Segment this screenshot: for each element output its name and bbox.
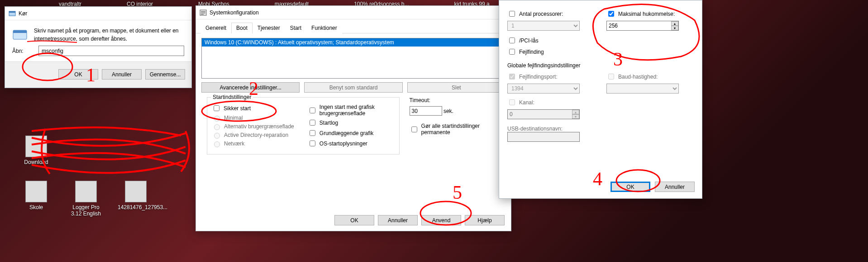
maxmem-checkbox[interactable]: Maksimal hukommelse: (606, 9, 694, 18)
msconfig-cancel-button[interactable]: Annuller (378, 215, 418, 225)
boot-options-group-label: Startindstillinger (211, 94, 253, 100)
safe-boot-label: Sikker start (224, 105, 251, 112)
radio-label: Alternativ brugergrænseflade (224, 123, 294, 130)
desktop-icon[interactable]: Download (18, 136, 54, 165)
chk-label: Ingen start med grafisk brugergrænseflad… (320, 104, 395, 117)
chk-label: OS-startoplysninger (320, 140, 367, 147)
bootlog-checkbox[interactable]: Startlog (308, 118, 395, 127)
image-icon (125, 181, 147, 202)
no-gui-boot-checkbox[interactable]: Ingen start med grafisk brugergrænseflad… (308, 104, 395, 117)
msconfig-help-button[interactable]: Hjælp (465, 215, 505, 225)
channel-label: Kanal: (519, 99, 534, 106)
numproc-select: 1 (507, 21, 580, 31)
basevideo-checkbox[interactable]: Grundlæggende grafik (308, 129, 395, 137)
debug-label: Fejlfinding (519, 49, 544, 55)
debugport-checkbox: Fejlfindingsport: (507, 72, 595, 81)
timeout-label: Timeout: (410, 97, 506, 103)
osbootinfo-checkbox[interactable]: OS-startoplysninger (308, 139, 395, 148)
desktop-icon-label: 14281476_127953... (118, 204, 154, 211)
safe-boot-checkbox[interactable]: Sikker start (212, 104, 299, 112)
make-permanent-checkbox[interactable]: Gør alle startindstillinger permanente (410, 123, 506, 136)
svg-rect-5 (201, 11, 205, 12)
tab-boot[interactable]: Boot (231, 23, 253, 33)
spin-up-button[interactable]: ▲ (671, 21, 678, 26)
boot-os-list[interactable]: Windows 10 (C:\WINDOWS) : Aktuelt operat… (201, 38, 506, 79)
desktop-icon[interactable]: Logger Pro 3.12 English (68, 181, 104, 217)
timeout-unit: sek. (444, 108, 453, 114)
run-cancel-button[interactable]: Annuller (102, 69, 142, 80)
chk-label: Startlog (320, 120, 338, 126)
safe-adrepair-radio: Active Directory-reparation (212, 131, 299, 139)
tab-tools[interactable]: Funktioner (306, 23, 342, 33)
chk-label: Grundlæggende grafik (320, 130, 373, 136)
tab-services[interactable]: Tjenester (253, 23, 285, 33)
desktop-icon-label: Download (18, 159, 54, 165)
spin-up-button: ▲ (572, 110, 579, 114)
debugport-label: Fejlfindingsport: (519, 74, 558, 80)
svg-rect-1 (9, 11, 15, 13)
app-icon (75, 181, 97, 202)
baud-select (606, 84, 679, 94)
folder-icon (25, 181, 47, 202)
tab-general[interactable]: Generelt (200, 23, 231, 33)
safe-network-radio: Netværk (212, 140, 299, 147)
spin-down-button[interactable]: ▼ (671, 26, 678, 30)
radio-label: Active Directory-reparation (224, 132, 288, 138)
svg-rect-6 (201, 13, 205, 13)
safe-minimal-radio: Minimal (212, 114, 299, 122)
baud-checkbox: Baud-hastighed: (606, 72, 694, 81)
pcilock-checkbox[interactable]: /PCI-lås (507, 36, 694, 45)
radio-label: Minimal (224, 115, 243, 121)
usb-target-label: USB-destinationsnavn: (507, 126, 694, 132)
adv-cancel-button[interactable]: Annuller (655, 182, 695, 192)
debugport-select: 1394 (507, 84, 580, 94)
channel-input (507, 109, 580, 119)
tab-startup[interactable]: Start (285, 23, 306, 33)
run-titlebar[interactable]: Kør (5, 7, 191, 20)
msconfig-apply-button[interactable]: Anvend (421, 215, 461, 225)
msconfig-ok-button[interactable]: OK (334, 215, 374, 225)
timeout-input[interactable] (410, 106, 442, 116)
run-dialog: Kør Skriv navnet på et program, en mappe… (5, 6, 192, 88)
usb-target-input (507, 132, 580, 142)
adv-ok-button[interactable]: OK (610, 182, 650, 192)
delete-button: Slet (407, 82, 506, 93)
set-default-button: Benyt som standard (304, 82, 402, 93)
advanced-options-button[interactable]: Avancerede indstillinger... (201, 82, 300, 93)
channel-checkbox: Kanal: (507, 98, 694, 107)
msconfig-dialog: Systemkonfiguration Generelt Boot Tjenes… (196, 5, 511, 231)
folder-icon (25, 136, 47, 157)
msconfig-titlebar[interactable]: Systemkonfiguration (196, 6, 511, 19)
baud-label: Baud-hastighed: (618, 74, 658, 80)
run-large-icon (12, 27, 29, 43)
radio-label: Netværk (224, 140, 244, 147)
run-browse-button[interactable]: Gennemse... (145, 69, 185, 80)
svg-rect-7 (201, 14, 204, 14)
spin-down-button: ▼ (572, 114, 579, 119)
maxmem-label: Maksimal hukommelse: (618, 11, 675, 17)
pcilock-label: /PCI-lås (519, 37, 539, 44)
desktop-icon-label: Logger Pro 3.12 English (68, 204, 104, 217)
desktop-icon[interactable]: Skole (18, 181, 54, 211)
desktop-icon[interactable]: 14281476_127953... (118, 181, 154, 211)
run-ok-button[interactable]: OK (58, 69, 98, 80)
desktop-icon-label: Skole (18, 204, 54, 211)
msconfig-icon (200, 9, 207, 16)
msconfig-title: Systemkonfiguration (210, 9, 259, 16)
run-title: Kør (19, 10, 27, 17)
global-debug-header: Globale fejlfindingsindstillinger (507, 62, 694, 69)
chk-label: Gør alle startindstillinger permanente (421, 123, 506, 136)
svg-rect-3 (13, 30, 27, 33)
numproc-label: Antal processorer: (519, 11, 563, 17)
maxmem-input[interactable] (606, 21, 679, 31)
run-icon (9, 10, 16, 17)
safe-altshell-radio: Alternativ brugergrænseflade (212, 123, 299, 130)
run-open-input[interactable] (38, 46, 184, 56)
run-open-label: Åbn: (12, 48, 34, 54)
boot-advanced-dialog: Antal processorer: 1 Maksimal hukommelse… (499, 0, 702, 199)
run-prompt: Skriv navnet på et program, en mappe, et… (34, 27, 184, 43)
debug-checkbox[interactable]: Fejlfinding (507, 47, 694, 56)
boot-os-entry[interactable]: Windows 10 (C:\WINDOWS) : Aktuelt operat… (202, 38, 505, 47)
msconfig-tabs: Generelt Boot Tjenester Start Funktioner (196, 19, 511, 33)
numproc-checkbox[interactable]: Antal processorer: (507, 9, 595, 18)
